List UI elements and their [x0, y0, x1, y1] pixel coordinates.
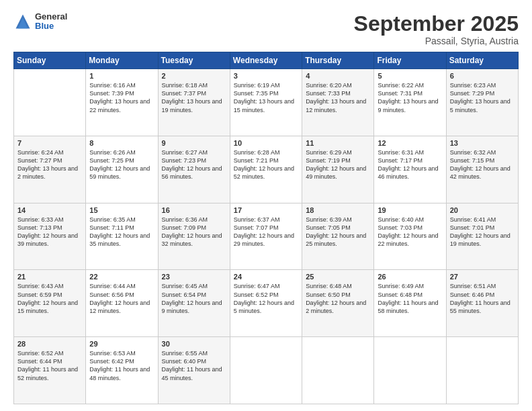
day-number: 27: [450, 273, 515, 281]
day-cell: 22Sunrise: 6:44 AMSunset: 6:56 PMDayligh…: [86, 270, 158, 337]
day-number: 9: [162, 139, 226, 147]
week-row-2: 14Sunrise: 6:33 AMSunset: 7:13 PMDayligh…: [14, 203, 519, 270]
day-detail: Sunrise: 6:49 AMSunset: 6:48 PMDaylight:…: [378, 282, 442, 315]
day-number: 20: [450, 206, 515, 214]
header-cell-saturday: Saturday: [446, 52, 518, 69]
day-number: 2: [162, 72, 226, 80]
day-cell: 24Sunrise: 6:47 AMSunset: 6:52 PMDayligh…: [230, 270, 302, 337]
day-cell: 15Sunrise: 6:35 AMSunset: 7:11 PMDayligh…: [86, 203, 158, 270]
logo-blue: Blue: [35, 21, 67, 31]
day-cell: 30Sunrise: 6:55 AMSunset: 6:40 PMDayligh…: [158, 337, 230, 404]
day-detail: Sunrise: 6:55 AMSunset: 6:40 PMDaylight:…: [162, 349, 226, 382]
day-number: 22: [89, 273, 154, 281]
logo-icon: [13, 12, 32, 31]
day-number: 8: [89, 139, 154, 147]
header-cell-tuesday: Tuesday: [158, 52, 230, 69]
day-cell: 20Sunrise: 6:41 AMSunset: 7:01 PMDayligh…: [446, 203, 518, 270]
title-block: September 2025 Passail, Styria, Austria: [354, 12, 519, 46]
day-number: 17: [234, 206, 298, 214]
day-detail: Sunrise: 6:29 AMSunset: 7:19 PMDaylight:…: [306, 148, 370, 181]
day-number: 6: [450, 72, 515, 80]
day-detail: Sunrise: 6:24 AMSunset: 7:27 PMDaylight:…: [17, 148, 82, 181]
day-cell: 17Sunrise: 6:37 AMSunset: 7:07 PMDayligh…: [230, 203, 302, 270]
day-number: 5: [378, 72, 442, 80]
day-cell: 5Sunrise: 6:22 AMSunset: 7:31 PMDaylight…: [374, 69, 446, 136]
day-cell: 25Sunrise: 6:48 AMSunset: 6:50 PMDayligh…: [302, 270, 374, 337]
week-row-1: 7Sunrise: 6:24 AMSunset: 7:27 PMDaylight…: [14, 136, 519, 203]
week-row-4: 28Sunrise: 6:52 AMSunset: 6:44 PMDayligh…: [14, 337, 519, 404]
day-number: 11: [306, 139, 370, 147]
day-cell: 26Sunrise: 6:49 AMSunset: 6:48 PMDayligh…: [374, 270, 446, 337]
day-detail: Sunrise: 6:22 AMSunset: 7:31 PMDaylight:…: [378, 81, 442, 114]
calendar-header: SundayMondayTuesdayWednesdayThursdayFrid…: [14, 52, 519, 69]
day-detail: Sunrise: 6:20 AMSunset: 7:33 PMDaylight:…: [306, 81, 370, 114]
day-detail: Sunrise: 6:40 AMSunset: 7:03 PMDaylight:…: [378, 216, 442, 248]
day-detail: Sunrise: 6:41 AMSunset: 7:01 PMDaylight:…: [450, 216, 515, 248]
day-number: 13: [450, 139, 515, 147]
header-cell-wednesday: Wednesday: [230, 52, 302, 69]
day-number: 24: [234, 273, 298, 281]
day-cell: [446, 337, 518, 404]
day-detail: Sunrise: 6:52 AMSunset: 6:44 PMDaylight:…: [17, 349, 82, 382]
calendar-body: 1Sunrise: 6:16 AMSunset: 7:39 PMDaylight…: [14, 69, 519, 404]
day-number: 28: [17, 340, 82, 348]
calendar-table: SundayMondayTuesdayWednesdayThursdayFrid…: [13, 52, 519, 404]
day-number: 1: [89, 72, 154, 80]
day-number: 30: [162, 340, 226, 348]
day-number: 12: [378, 139, 442, 147]
day-detail: Sunrise: 6:51 AMSunset: 6:46 PMDaylight:…: [450, 282, 515, 315]
day-detail: Sunrise: 6:27 AMSunset: 7:23 PMDaylight:…: [162, 148, 226, 181]
day-number: 10: [234, 139, 298, 147]
day-cell: [302, 337, 374, 404]
day-detail: Sunrise: 6:19 AMSunset: 7:35 PMDaylight:…: [234, 81, 298, 114]
day-number: 29: [89, 340, 154, 348]
day-cell: 12Sunrise: 6:31 AMSunset: 7:17 PMDayligh…: [374, 136, 446, 203]
day-detail: Sunrise: 6:18 AMSunset: 7:37 PMDaylight:…: [162, 81, 226, 114]
logo-general: General: [35, 12, 67, 21]
day-number: 3: [234, 72, 298, 80]
day-cell: 11Sunrise: 6:29 AMSunset: 7:19 PMDayligh…: [302, 136, 374, 203]
day-detail: Sunrise: 6:23 AMSunset: 7:29 PMDaylight:…: [450, 81, 515, 114]
header-cell-sunday: Sunday: [14, 52, 86, 69]
day-cell: 29Sunrise: 6:53 AMSunset: 6:42 PMDayligh…: [86, 337, 158, 404]
month-title: September 2025: [354, 12, 519, 36]
day-detail: Sunrise: 6:35 AMSunset: 7:11 PMDaylight:…: [89, 216, 154, 248]
day-cell: 1Sunrise: 6:16 AMSunset: 7:39 PMDaylight…: [86, 69, 158, 136]
day-cell: 28Sunrise: 6:52 AMSunset: 6:44 PMDayligh…: [14, 337, 86, 404]
day-cell: 9Sunrise: 6:27 AMSunset: 7:23 PMDaylight…: [158, 136, 230, 203]
day-cell: 10Sunrise: 6:28 AMSunset: 7:21 PMDayligh…: [230, 136, 302, 203]
day-cell: [230, 337, 302, 404]
day-number: 26: [378, 273, 442, 281]
day-cell: 2Sunrise: 6:18 AMSunset: 7:37 PMDaylight…: [158, 69, 230, 136]
day-detail: Sunrise: 6:45 AMSunset: 6:54 PMDaylight:…: [162, 282, 226, 315]
day-number: 25: [306, 273, 370, 281]
day-detail: Sunrise: 6:32 AMSunset: 7:15 PMDaylight:…: [450, 148, 515, 181]
day-detail: Sunrise: 6:26 AMSunset: 7:25 PMDaylight:…: [89, 148, 154, 181]
day-number: 23: [162, 273, 226, 281]
day-number: 16: [162, 206, 226, 214]
day-cell: 7Sunrise: 6:24 AMSunset: 7:27 PMDaylight…: [14, 136, 86, 203]
day-number: 15: [89, 206, 154, 214]
logo: General Blue: [13, 12, 67, 32]
day-cell: [374, 337, 446, 404]
day-cell: 23Sunrise: 6:45 AMSunset: 6:54 PMDayligh…: [158, 270, 230, 337]
day-cell: 8Sunrise: 6:26 AMSunset: 7:25 PMDaylight…: [86, 136, 158, 203]
day-cell: 18Sunrise: 6:39 AMSunset: 7:05 PMDayligh…: [302, 203, 374, 270]
day-number: 14: [17, 206, 82, 214]
day-detail: Sunrise: 6:43 AMSunset: 6:59 PMDaylight:…: [17, 282, 82, 315]
day-cell: 6Sunrise: 6:23 AMSunset: 7:29 PMDaylight…: [446, 69, 518, 136]
week-row-3: 21Sunrise: 6:43 AMSunset: 6:59 PMDayligh…: [14, 270, 519, 337]
day-detail: Sunrise: 6:39 AMSunset: 7:05 PMDaylight:…: [306, 216, 370, 248]
logo-text: General Blue: [35, 12, 67, 32]
day-detail: Sunrise: 6:44 AMSunset: 6:56 PMDaylight:…: [89, 282, 154, 315]
day-cell: [14, 69, 86, 136]
day-number: 19: [378, 206, 442, 214]
day-detail: Sunrise: 6:47 AMSunset: 6:52 PMDaylight:…: [234, 282, 298, 315]
header-cell-thursday: Thursday: [302, 52, 374, 69]
day-cell: 13Sunrise: 6:32 AMSunset: 7:15 PMDayligh…: [446, 136, 518, 203]
day-number: 7: [17, 139, 82, 147]
day-number: 18: [306, 206, 370, 214]
day-detail: Sunrise: 6:28 AMSunset: 7:21 PMDaylight:…: [234, 148, 298, 181]
day-detail: Sunrise: 6:36 AMSunset: 7:09 PMDaylight:…: [162, 216, 226, 248]
day-detail: Sunrise: 6:33 AMSunset: 7:13 PMDaylight:…: [17, 216, 82, 248]
